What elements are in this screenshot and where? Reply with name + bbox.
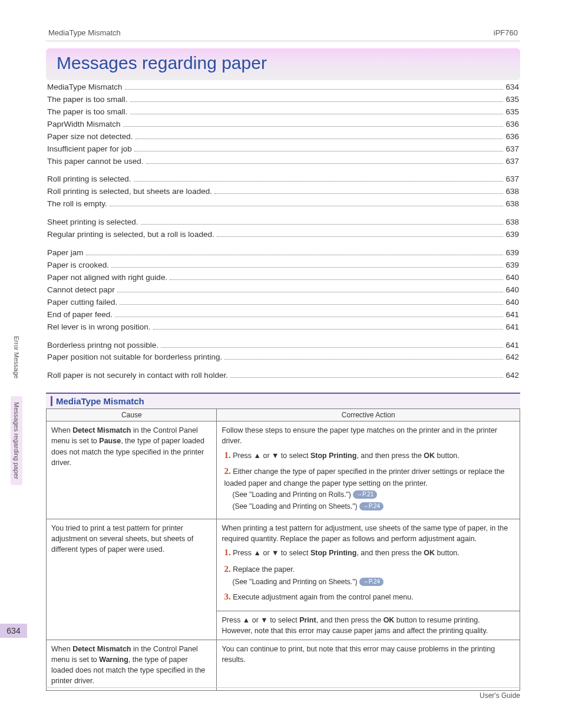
table-row: You tried to print a test pattern for pr… <box>47 519 520 611</box>
toc-leader <box>120 304 503 305</box>
action-cell: Follow these steps to ensure the paper t… <box>217 421 520 519</box>
toc-page: 638 <box>505 186 519 198</box>
page-ref-link[interactable]: →P.21 <box>353 490 377 499</box>
toc-leader <box>123 126 504 127</box>
toc-label: Regular printing is selected, but a roll… <box>47 229 214 241</box>
toc-label: This paper cannot be used. <box>47 156 144 168</box>
toc-leader <box>110 206 504 206</box>
toc-entry[interactable]: Borderless printng not possible.641 <box>47 340 519 352</box>
toc-page: 641 <box>505 309 519 321</box>
toc-label: Roll printing is selected, but sheets ar… <box>47 186 212 198</box>
toc-label: Roll printing is selected. <box>47 173 131 186</box>
toc-leader <box>217 236 504 237</box>
toc-entry[interactable]: Cannot detect papr640 <box>47 284 519 297</box>
toc-label: Paper cutting failed. <box>47 297 117 309</box>
subsection-heading-bar: MediaType Mismatch <box>46 393 520 409</box>
toc-page: 636 <box>505 118 519 131</box>
page-ref-link[interactable]: →P.24 <box>359 502 384 510</box>
cause-cell: When Detect Mismatch in the Control Pane… <box>47 421 217 519</box>
toc-label: The paper is too small. <box>47 106 128 118</box>
cause-cell: You tried to print a test pattern for pr… <box>47 519 217 640</box>
action-cell: You can continue to print, but note that… <box>217 640 520 691</box>
toc-page: 639 <box>505 259 519 272</box>
toc-label: Paper jam <box>47 247 84 259</box>
toc-label: Paper position not suitable for borderle… <box>47 351 222 364</box>
toc-label: Insufficient paper for job <box>47 143 132 156</box>
toc-label: Borderless printng not possible. <box>47 340 158 352</box>
toc-page: 639 <box>505 247 519 259</box>
toc-page: 640 <box>505 297 519 309</box>
toc-page: 634 <box>505 81 519 94</box>
action-cell: Press ▲ or ▼ to select Print, and then p… <box>217 611 520 640</box>
side-tab-messages-paper[interactable]: Messages regarding paper <box>11 396 22 485</box>
toc-page: 638 <box>505 198 519 210</box>
toc-entry[interactable]: The paper is too small.635 <box>47 106 519 118</box>
toc-entry[interactable]: Paper size not detected.636 <box>47 131 519 143</box>
toc-page: 635 <box>505 106 519 118</box>
toc-leader <box>130 114 504 114</box>
section-title-band: Messages regarding paper <box>46 48 520 80</box>
toc-label: MediaType Mismatch <box>47 81 123 94</box>
step-1: 1. Press ▲ or ▼ to select Stop Printing,… <box>224 546 515 559</box>
toc-label: Paper not aligned with right guide. <box>47 272 167 284</box>
table-row: When Detect Mismatch in the Control Pane… <box>47 421 520 519</box>
toc-page: 641 <box>505 321 519 334</box>
toc-entry[interactable]: Sheet printing is selected.638 <box>47 216 519 229</box>
toc-entry[interactable]: Paper jam639 <box>47 247 519 259</box>
toc-entry[interactable]: This paper cannot be used.637 <box>47 156 519 168</box>
toc-page: 639 <box>505 229 519 241</box>
toc-entry[interactable]: Rel lever is in wrong position.641 <box>47 321 519 334</box>
toc-entry[interactable]: Roll paper is not securely in contact wi… <box>47 370 519 382</box>
toc-entry[interactable]: End of paper feed.641 <box>47 309 519 321</box>
toc-page: 642 <box>505 370 519 382</box>
toc-entry[interactable]: The paper is too small.635 <box>47 94 519 106</box>
toc-entry[interactable]: Roll printing is selected.637 <box>47 173 519 186</box>
toc-leader <box>134 181 504 182</box>
toc-leader <box>141 224 504 225</box>
toc-leader <box>86 255 504 255</box>
toc-leader <box>153 329 504 330</box>
page-number-badge: 634 <box>0 624 27 638</box>
action-intro: When printing a test pattern for adjustm… <box>222 523 515 544</box>
toc-leader <box>230 377 504 378</box>
toc-label: Rel lever is in wrong position. <box>47 321 151 334</box>
toc-entry[interactable]: Insufficient paper for job637 <box>47 143 519 156</box>
table-of-contents: MediaType Mismatch634The paper is too sm… <box>46 81 520 382</box>
toc-leader <box>224 359 503 360</box>
table-row: When Detect Mismatch in the Control Pane… <box>47 640 520 691</box>
page-ref-link[interactable]: →P.24 <box>359 578 384 586</box>
toc-page: 637 <box>505 143 519 156</box>
cause-cell: When Detect Mismatch in the Control Pane… <box>47 640 217 691</box>
toc-entry[interactable]: Regular printing is selected, but a roll… <box>47 229 519 241</box>
toc-entry[interactable]: Roll printing is selected, but sheets ar… <box>47 186 519 198</box>
toc-leader <box>111 267 503 268</box>
toc-leader <box>214 193 504 194</box>
side-tab-error-message[interactable]: Error Message <box>11 330 22 384</box>
toc-page: 640 <box>505 284 519 297</box>
step-1: 1. Press ▲ or ▼ to select Stop Printing,… <box>224 449 515 462</box>
toc-entry[interactable]: Paper not aligned with right guide.640 <box>47 272 519 284</box>
toc-page: 637 <box>505 173 519 186</box>
toc-leader <box>130 101 504 102</box>
toc-entry[interactable]: The roll is empty.638 <box>47 198 519 210</box>
toc-label: End of paper feed. <box>47 309 113 321</box>
toc-entry[interactable]: Paper is crooked.639 <box>47 259 519 272</box>
header-model: iPF760 <box>494 28 518 37</box>
th-cause: Cause <box>47 409 217 421</box>
step-3: 3. Execute adjustment again from the con… <box>224 591 515 604</box>
toc-leader <box>134 151 504 151</box>
page-footer: User's Guide <box>46 687 520 700</box>
toc-entry[interactable]: PaprWidth Mismatch636 <box>47 118 519 131</box>
step-2: 2. Either change the type of paper speci… <box>224 465 515 512</box>
toc-page: 642 <box>505 351 519 364</box>
page-header: MediaType Mismatch iPF760 <box>46 28 520 41</box>
toc-entry[interactable]: Paper position not suitable for borderle… <box>47 351 519 364</box>
toc-leader <box>170 279 503 280</box>
th-action: Corrective Action <box>217 409 520 421</box>
toc-page: 638 <box>505 216 519 229</box>
toc-entry[interactable]: MediaType Mismatch634 <box>47 81 519 94</box>
toc-page: 635 <box>505 94 519 106</box>
toc-label: The paper is too small. <box>47 94 128 106</box>
toc-label: Cannot detect papr <box>47 284 115 297</box>
toc-entry[interactable]: Paper cutting failed.640 <box>47 297 519 309</box>
